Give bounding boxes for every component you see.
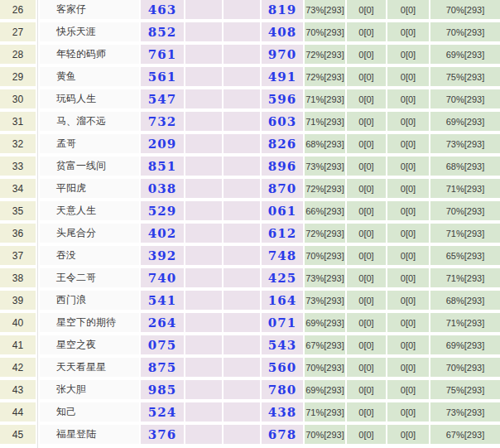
rank-cell: 30 — [0, 89, 36, 108]
percent2-cell: 75%[293] — [430, 380, 500, 399]
empty-cell-2 — [224, 67, 260, 86]
rank-cell: 38 — [0, 268, 36, 287]
table-row: 34 平阳虎 038 870 72%[293] 0[0] 0[0] 71%[29… — [0, 179, 500, 201]
name-cell: 星空之夜 — [40, 335, 139, 354]
zero2-cell: 0[0] — [387, 134, 429, 153]
empty-cell-2 — [224, 402, 260, 422]
percent2-cell: 69%[293] — [430, 45, 500, 64]
name-cell: 西门浪 — [40, 291, 139, 310]
number2-cell: 596 — [262, 89, 303, 108]
empty-cell-2 — [224, 268, 260, 287]
zero2-cell: 0[0] — [387, 45, 429, 64]
number2-cell: 408 — [262, 22, 303, 41]
table-row: 35 天意人生 529 061 66%[293] 0[0] 0[0] 70%[2… — [0, 201, 500, 224]
empty-cell-2 — [224, 179, 260, 198]
zero2-cell: 0[0] — [387, 157, 429, 176]
number1-cell: 264 — [141, 313, 184, 332]
empty-cell-2 — [224, 201, 260, 220]
rank-cell: 40 — [0, 313, 36, 332]
name-cell: 头尾合分 — [40, 224, 139, 243]
zero1-cell: 0[0] — [347, 224, 386, 243]
number1-cell: 463 — [141, 0, 184, 19]
percent2-cell: 70%[293] — [430, 0, 500, 19]
zero2-cell: 0[0] — [387, 201, 429, 220]
empty-cell-2 — [224, 224, 260, 243]
empty-cell-2 — [224, 22, 260, 41]
percent2-cell: 75%[293] — [430, 67, 500, 86]
empty-cell-1 — [185, 291, 222, 310]
empty-cell-2 — [224, 0, 260, 19]
percent1-cell: 69%[293] — [305, 380, 345, 399]
percent1-cell: 70%[293] — [305, 22, 345, 41]
number2-cell: 603 — [262, 112, 303, 131]
rank-cell: 39 — [0, 291, 36, 310]
empty-cell-1 — [185, 45, 222, 64]
empty-cell-1 — [185, 380, 222, 399]
percent1-cell: 73%[293] — [305, 268, 345, 287]
empty-cell-1 — [185, 224, 222, 243]
name-cell: 天天看星星 — [40, 358, 139, 377]
number1-cell: 740 — [141, 268, 184, 287]
empty-cell-2 — [224, 157, 260, 176]
percent1-cell: 73%[293] — [305, 157, 345, 176]
percent2-cell: 70%[293] — [430, 89, 500, 108]
table-row: 38 王令二哥 740 425 73%[293] 0[0] 0[0] 71%[2… — [0, 268, 500, 291]
table-row: 31 马、溜不远 732 603 71%[293] 0[0] 0[0] 69%[… — [0, 112, 500, 134]
zero2-cell: 0[0] — [387, 112, 429, 131]
number1-cell: 402 — [141, 224, 184, 243]
stats-table-screen: 26 客家仔 463 819 73%[293] 0[0] 0[0] 70%[29… — [0, 0, 500, 448]
table-row: 37 吞没 392 748 70%[293] 0[0] 0[0] 65%[293… — [0, 246, 500, 268]
number2-cell: 780 — [262, 380, 303, 399]
zero1-cell: 0[0] — [347, 380, 386, 399]
number2-cell: 896 — [262, 157, 303, 176]
percent1-cell: 72%[293] — [305, 179, 345, 198]
name-cell: 星空下的期待 — [40, 313, 139, 332]
zero2-cell: 0[0] — [387, 0, 429, 19]
percent1-cell: 72%[293] — [305, 67, 345, 86]
percent2-cell: 70%[293] — [430, 201, 500, 220]
table-row: 30 玩码人生 547 596 71%[293] 0[0] 0[0] 70%[2… — [0, 89, 500, 112]
rank-cell: 37 — [0, 246, 36, 265]
number1-cell: 038 — [141, 179, 184, 198]
rank-column-divider — [37, 0, 38, 448]
empty-cell-2 — [224, 358, 260, 377]
name-cell: 年轻的码师 — [40, 45, 139, 64]
rank-cell: 31 — [0, 112, 36, 131]
percent1-cell: 68%[293] — [305, 134, 345, 153]
number1-cell: 376 — [141, 425, 184, 444]
zero1-cell: 0[0] — [347, 112, 386, 131]
percent1-cell: 72%[293] — [305, 224, 345, 243]
empty-cell-1 — [185, 112, 222, 131]
number2-cell: 819 — [262, 0, 303, 19]
empty-cell-2 — [224, 89, 260, 108]
percent1-cell: 69%[293] — [305, 313, 345, 332]
zero1-cell: 0[0] — [347, 291, 386, 310]
number2-cell: 748 — [262, 246, 303, 265]
name-cell: 张大胆 — [40, 380, 139, 399]
zero1-cell: 0[0] — [347, 22, 386, 41]
stats-table: 26 客家仔 463 819 73%[293] 0[0] 0[0] 70%[29… — [0, 0, 500, 447]
name-cell: 玩码人生 — [40, 89, 139, 108]
zero1-cell: 0[0] — [347, 45, 386, 64]
rank-cell: 35 — [0, 201, 36, 220]
number2-cell: 071 — [262, 313, 303, 332]
empty-cell-1 — [185, 201, 222, 220]
name-cell: 王令二哥 — [40, 268, 139, 287]
name-cell: 福星登陆 — [40, 425, 139, 444]
rank-cell: 42 — [0, 358, 36, 377]
zero1-cell: 0[0] — [347, 313, 386, 332]
number2-cell: 543 — [262, 335, 303, 354]
rank-cell: 34 — [0, 179, 36, 198]
zero2-cell: 0[0] — [387, 380, 429, 399]
zero1-cell: 0[0] — [347, 358, 386, 377]
number2-cell: 870 — [262, 179, 303, 198]
rank-cell: 26 — [0, 0, 36, 19]
empty-cell-1 — [185, 134, 222, 153]
percent2-cell: 67%[293] — [430, 425, 500, 444]
rank-cell: 45 — [0, 425, 36, 444]
table-row: 41 星空之夜 075 543 67%[293] 0[0] 0[0] 69%[2… — [0, 335, 500, 358]
percent2-cell: 70%[293] — [430, 22, 500, 41]
empty-cell-2 — [224, 313, 260, 332]
zero2-cell: 0[0] — [387, 313, 429, 332]
empty-cell-2 — [224, 335, 260, 354]
